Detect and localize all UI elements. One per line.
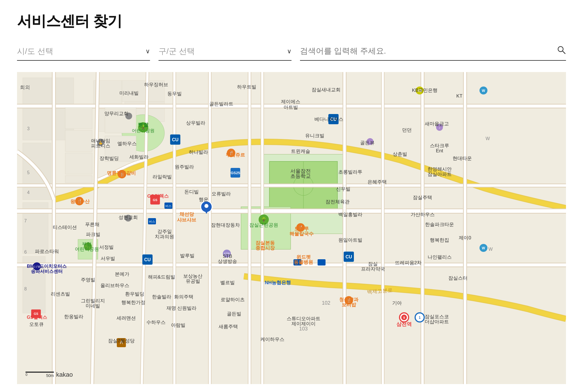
- svg-text:푸른채: 푸른채: [85, 222, 100, 227]
- svg-text:상춘빌: 상춘빌: [393, 151, 407, 157]
- svg-text:뜨레피움2차: 뜨레피움2차: [395, 260, 422, 265]
- svg-text:청국장과: 청국장과: [339, 297, 359, 302]
- svg-text:더샵아파트: 더샵아파트: [425, 319, 449, 324]
- svg-text:은혜주택: 은혜주택: [367, 179, 387, 185]
- svg-text:돈디빌: 돈디빌: [184, 189, 199, 195]
- svg-text:현대타운: 현대타운: [453, 156, 472, 161]
- svg-text:케이하우스: 케이하우스: [260, 337, 284, 342]
- search-bar: 시/도 선택 ∨ 구/군 선택 ∨: [17, 45, 566, 61]
- svg-text:화의주택: 화의주택: [174, 294, 193, 300]
- svg-text:장학빌딩: 장학빌딩: [100, 156, 119, 161]
- svg-text:나인팰리스: 나인팰리스: [428, 254, 452, 260]
- svg-text:주영빌: 주영빌: [81, 277, 95, 283]
- svg-text:프라자약국: 프라자약국: [361, 266, 385, 272]
- svg-text:피트니스: 피트니스: [91, 143, 110, 149]
- svg-text:103: 103: [299, 326, 308, 332]
- svg-text:보상농산: 보상농산: [183, 273, 202, 279]
- svg-rect-56: [65, 108, 92, 129]
- svg-text:초롱빌라투: 초롱빌라투: [338, 169, 362, 175]
- svg-text:잠실근린공원: 잠실근린공원: [249, 222, 278, 228]
- svg-text:채선당: 채선당: [179, 212, 194, 217]
- svg-rect-58: [65, 153, 92, 174]
- svg-text:서우빌: 서우빌: [101, 256, 115, 261]
- svg-text:유공빌: 유공빌: [186, 279, 200, 284]
- svg-text:버스: 버스: [149, 220, 155, 223]
- search-icon[interactable]: [557, 45, 566, 57]
- svg-text:삼전역: 삼전역: [396, 321, 412, 327]
- svg-text:양무리교회: 양무리교회: [104, 111, 128, 116]
- svg-text:세화빌라: 세화빌라: [129, 154, 149, 160]
- svg-text:어린이공원: 어린이공원: [132, 128, 155, 133]
- svg-text:던던: 던던: [402, 127, 412, 133]
- map-container[interactable]: 3 5 4 7 6 8 W W: [17, 72, 566, 384]
- svg-text:102: 102: [322, 300, 330, 306]
- svg-text:한솔빌라: 한솔빌라: [152, 294, 171, 300]
- svg-text:티스테이션: 티스테이션: [53, 225, 77, 230]
- district-select[interactable]: 구/군 선택 ∨: [159, 46, 292, 61]
- svg-text:뚜레쥬르: 뚜레쥬르: [226, 152, 245, 158]
- district-select-label: 구/군 선택: [159, 46, 195, 57]
- svg-text:행운: 행운: [199, 197, 208, 202]
- svg-text:제이에스: 제이에스: [281, 99, 300, 104]
- city-select-label: 시/도 선택: [17, 46, 53, 57]
- svg-text:KB국민은행: KB국민은행: [412, 88, 438, 93]
- svg-text:그린빌리지: 그린빌리지: [81, 298, 105, 304]
- svg-text:제이0: 제이0: [459, 235, 471, 241]
- scale-bar: 0 50m kakao: [26, 371, 73, 378]
- svg-text:초등학교: 초등학교: [290, 173, 311, 179]
- svg-text:W: W: [482, 89, 485, 93]
- svg-text:골든빌라트: 골든빌라트: [209, 101, 233, 107]
- svg-text:KT: KT: [456, 93, 462, 99]
- svg-line-1: [563, 51, 565, 54]
- svg-text:엘하우스: 엘하우스: [117, 141, 137, 146]
- svg-text:뻥발: 뻥발: [138, 122, 149, 128]
- svg-text:🌳: 🌳: [261, 217, 267, 222]
- svg-text:행복한가정: 행복한가정: [121, 300, 145, 305]
- svg-text:기아: 기아: [392, 300, 402, 306]
- svg-text:상우빌라: 상우빌라: [186, 120, 205, 126]
- svg-rect-59: [65, 176, 92, 183]
- svg-text:동물병원: 동물병원: [294, 260, 313, 265]
- svg-text:하우트빌: 하우트빌: [237, 84, 256, 90]
- svg-text:왕게수산: 왕게수산: [70, 199, 90, 204]
- svg-text:골든빌: 골든빌: [227, 311, 241, 317]
- svg-text:잠실아파트: 잠실아파트: [428, 172, 452, 177]
- svg-text:재명 신원빌라: 재명 신원빌라: [166, 305, 197, 311]
- svg-text:GS25: GS25: [231, 171, 240, 175]
- svg-text:서울잠전: 서울잠전: [290, 168, 311, 174]
- svg-text:신우빌: 신우빌: [336, 186, 350, 192]
- svg-text:잠실스터: 잠실스터: [448, 275, 468, 281]
- search-wrapper: [300, 45, 566, 61]
- svg-text:성현교회: 성현교회: [119, 215, 138, 220]
- svg-text:아람빌: 아람빌: [171, 323, 185, 328]
- svg-text:4: 4: [27, 190, 30, 195]
- search-input[interactable]: [300, 47, 557, 56]
- city-select[interactable]: 시/도 선택 ∨: [17, 46, 150, 61]
- svg-text:W: W: [488, 247, 493, 252]
- district-chevron-icon: ∨: [287, 48, 292, 55]
- svg-text:본예가: 본예가: [115, 271, 129, 277]
- svg-text:잠실7동성당: 잠실7동성당: [108, 338, 135, 343]
- svg-text:잠실: 잠실: [368, 261, 378, 267]
- svg-text:NH농협은행: NH농협은행: [265, 280, 291, 285]
- svg-text:벨르빌: 벨르빌: [220, 280, 235, 285]
- svg-text:파크빌: 파크빌: [86, 232, 100, 237]
- svg-text:로얄하이츠: 로얄하이츠: [221, 297, 245, 302]
- svg-text:부럼: 부럼: [82, 241, 92, 247]
- svg-text:리센츠빌: 리센츠빌: [51, 291, 70, 297]
- svg-text:잠현대장동차: 잠현대장동차: [211, 222, 240, 228]
- svg-text:보리밥: 보리밥: [342, 302, 356, 307]
- city-chevron-icon: ∨: [145, 48, 150, 55]
- svg-text:어린이공원: 어린이공원: [75, 246, 99, 252]
- svg-text:3: 3: [27, 126, 30, 131]
- svg-text:회외: 회외: [20, 85, 30, 90]
- svg-text:7: 7: [24, 218, 27, 223]
- svg-text:윈드펫: 윈드펫: [296, 254, 311, 260]
- svg-text:유니크빌: 유니크빌: [305, 133, 324, 138]
- svg-text:스튜디오아파트: 스튜디오아파트: [287, 316, 320, 321]
- svg-text:서정빌: 서정빌: [99, 245, 114, 250]
- svg-text:오토큐: 오토큐: [29, 322, 44, 327]
- svg-text:오류빌라: 오류빌라: [212, 191, 231, 197]
- svg-text:명륜진사갈비: 명륜진사갈비: [107, 170, 136, 176]
- svg-text:스타크루: 스타크루: [430, 143, 449, 148]
